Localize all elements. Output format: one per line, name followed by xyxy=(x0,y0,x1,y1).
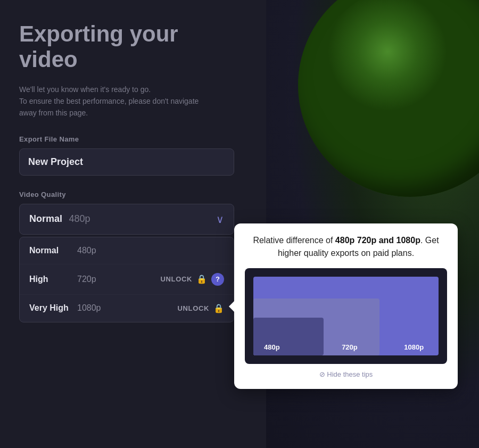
video-quality-label: Video Quality xyxy=(19,190,234,198)
option-very-high-res: 1080p xyxy=(77,303,177,313)
selected-quality-res: 480p xyxy=(69,213,90,224)
page-title: Exporting your video xyxy=(19,21,234,73)
lock-icon-very-high: 🔒 xyxy=(213,303,224,313)
quality-option-normal[interactable]: Normal 480p xyxy=(20,237,234,264)
quality-option-high[interactable]: High 720p UNLOCK 🔒 ? xyxy=(20,264,234,295)
quality-options-list: Normal 480p High 720p UNLOCK 🔒 ? Very Hi… xyxy=(19,237,234,322)
option-normal-name: Normal xyxy=(29,246,77,255)
chevron-down-icon: ∨ xyxy=(216,213,224,226)
bar-label-1080p: 1080p xyxy=(404,343,424,351)
option-high-res: 720p xyxy=(77,275,160,284)
option-very-high-unlock-label: UNLOCK xyxy=(177,304,209,312)
selected-quality-name: Normal xyxy=(29,213,62,224)
hide-tips-button[interactable]: ⊘ Hide these tips xyxy=(245,370,447,378)
file-name-input[interactable] xyxy=(19,148,234,176)
quality-tooltip: Relative difference of 480p 720p and 108… xyxy=(234,223,458,389)
bar-label-480p: 480p xyxy=(264,343,280,351)
bar-label-720p: 720p xyxy=(342,343,358,351)
file-name-label: Export File Name xyxy=(19,135,234,143)
tooltip-description: Relative difference of 480p 720p and 108… xyxy=(245,234,447,260)
option-high-unlock-label: UNLOCK xyxy=(160,275,192,283)
quality-option-very-high[interactable]: Very High 1080p UNLOCK 🔒 xyxy=(20,295,234,322)
chart-bars-container: 480p 720p 1080p xyxy=(253,277,439,355)
page-subtitle: We'll let you know when it's ready to go… xyxy=(19,84,211,119)
quality-dropdown[interactable]: Normal 480p ∨ xyxy=(19,204,234,235)
lock-icon-high: 🔒 xyxy=(196,274,207,284)
option-very-high-name: Very High xyxy=(29,303,77,313)
quality-chart: 480p 720p 1080p xyxy=(245,268,447,364)
help-badge-high[interactable]: ? xyxy=(211,273,224,286)
export-panel: Exporting your video We'll let you know … xyxy=(0,0,255,448)
option-high-name: High xyxy=(29,275,77,284)
option-normal-res: 480p xyxy=(77,246,224,255)
